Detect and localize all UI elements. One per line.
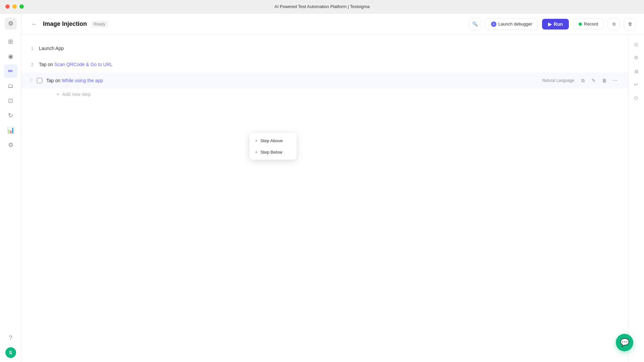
- main-content: ← Image Injection Ready 🔍 ✦ Launch debug…: [21, 13, 644, 362]
- step-number-1: 1: [30, 46, 35, 51]
- step-below-menu-item[interactable]: + Step Below: [250, 146, 297, 158]
- trash-icon: 🗑: [628, 21, 632, 27]
- step-checkbox[interactable]: [37, 78, 42, 83]
- edit-icon: ✎: [592, 78, 596, 83]
- gear-icon: ⚙: [634, 55, 638, 61]
- right-panel-icon-4[interactable]: ↩: [631, 79, 642, 90]
- step-2-action: Tap on: [39, 62, 53, 67]
- step-3-action: Tap on: [46, 78, 60, 83]
- page-title: Image Injection: [43, 20, 87, 28]
- drag-handle[interactable]: ⠿: [30, 78, 33, 83]
- right-panel: ◎ ⚙ 🖥 ↩ ⊙: [628, 35, 644, 362]
- folder-icon: 🗂: [8, 83, 14, 90]
- run-label: Run: [554, 21, 563, 27]
- step-action-label: Natural Language: [542, 78, 574, 83]
- step-more-button[interactable]: ⋯: [610, 76, 620, 85]
- step-above-label: Step Above: [260, 138, 283, 143]
- apps-icon: ⊡: [8, 97, 13, 104]
- sidebar-item-integrations[interactable]: ↻: [4, 109, 17, 122]
- step-above-menu-item[interactable]: + Step Above: [250, 135, 297, 146]
- sidebar-item-grid[interactable]: ⊞: [4, 35, 17, 48]
- sidebar-item-settings[interactable]: ⚙: [4, 138, 17, 152]
- logo-icon: ⚙: [8, 20, 13, 27]
- title-bar: AI Powered Test Automation Platform | Te…: [0, 0, 644, 13]
- settings-icon: ⚙: [8, 141, 13, 149]
- sidebar-bottom: ? S: [4, 331, 17, 358]
- step-1-action: Launch App: [39, 46, 64, 51]
- copy-button[interactable]: ⧉: [608, 18, 620, 30]
- copy-icon: ⧉: [612, 21, 615, 27]
- launch-debugger-button[interactable]: ✦ Launch debugger: [485, 18, 538, 30]
- sidebar-item-edit[interactable]: ✏: [4, 64, 17, 78]
- help-icon: ?: [9, 334, 12, 342]
- step-3-content: Tap on While using the app: [46, 78, 538, 83]
- plus-icon: +: [255, 149, 258, 155]
- step-3-actions: Natural Language ⧉ ✎ 🗑 ⋯: [542, 76, 620, 85]
- add-new-step[interactable]: + Add new step: [48, 89, 628, 100]
- step-row: 2 Tap on Scan QRCode & Go to URL: [21, 56, 628, 72]
- delete-button[interactable]: 🗑: [624, 18, 636, 30]
- chart-icon: 📊: [7, 126, 14, 134]
- search-icon: 🔍: [472, 21, 478, 27]
- record-dot-icon: [579, 22, 582, 26]
- integrations-icon: ↻: [8, 112, 13, 119]
- maximize-button[interactable]: [19, 4, 24, 9]
- context-menu: + Step Above + Step Below: [250, 133, 297, 160]
- traffic-lights: [5, 4, 24, 9]
- close-button[interactable]: [5, 4, 10, 9]
- eye-icon: ◎: [634, 41, 638, 47]
- plus-icon: +: [255, 138, 258, 143]
- step-copy-button[interactable]: ⧉: [578, 76, 588, 85]
- window-title: AI Powered Test Automation Platform | Te…: [274, 4, 370, 9]
- minimize-button[interactable]: [12, 4, 17, 9]
- status-badge: Ready: [91, 21, 108, 28]
- top-header: ← Image Injection Ready 🔍 ✦ Launch debug…: [21, 13, 644, 35]
- steps-container: 1 Launch App 2 Tap on Scan QRCode & Go t…: [21, 35, 628, 362]
- copy-icon: ⧉: [581, 78, 585, 84]
- step-3-target: While using the app: [62, 78, 103, 83]
- run-icon: ▶: [548, 21, 552, 27]
- undo-icon: ↩: [634, 82, 638, 88]
- debug-icon: ✦: [491, 21, 496, 27]
- step-2-target: Scan QRCode & Go to URL: [54, 62, 113, 67]
- monitor-icon: ◉: [8, 53, 13, 60]
- step-2-content: Tap on Scan QRCode & Go to URL: [39, 62, 620, 67]
- help-button[interactable]: ?: [4, 331, 17, 345]
- record-label: Record: [584, 21, 598, 27]
- trash-icon: 🗑: [602, 78, 607, 83]
- chat-icon: 💬: [620, 338, 629, 347]
- view-icon: ⊙: [634, 95, 638, 101]
- right-panel-icon-2[interactable]: ⚙: [631, 52, 642, 63]
- chat-fab-button[interactable]: 💬: [616, 334, 633, 351]
- step-below-label: Step Below: [260, 150, 282, 155]
- search-button[interactable]: 🔍: [469, 18, 481, 30]
- monitor-icon: 🖥: [634, 68, 639, 74]
- back-icon: ←: [32, 21, 37, 27]
- sidebar-item-apps[interactable]: ⊡: [4, 94, 17, 107]
- add-step-label: Add new step: [62, 92, 91, 97]
- step-row-active: ⠿ Tap on While using the app Natural Lan…: [21, 72, 628, 89]
- right-panel-icon-5[interactable]: ⊙: [631, 93, 642, 103]
- add-step-plus-icon: +: [56, 91, 59, 97]
- sidebar-item-monitor[interactable]: ◉: [4, 50, 17, 63]
- content-area: 1 Launch App 2 Tap on Scan QRCode & Go t…: [21, 35, 644, 362]
- avatar[interactable]: S: [5, 347, 16, 358]
- right-panel-icon-3[interactable]: 🖥: [631, 66, 642, 76]
- step-1-content: Launch App: [39, 46, 620, 51]
- sidebar-item-reports[interactable]: 📊: [4, 123, 17, 137]
- pencil-icon: ✏: [8, 67, 13, 75]
- record-button[interactable]: Record: [573, 18, 604, 30]
- launch-debugger-label: Launch debugger: [498, 21, 532, 27]
- back-button[interactable]: ←: [30, 19, 39, 29]
- sidebar-item-folders[interactable]: 🗂: [4, 79, 17, 93]
- step-edit-button[interactable]: ✎: [589, 76, 598, 85]
- app-layout: ⚙ ⊞ ◉ ✏ 🗂 ⊡ ↻ 📊 ⚙ ? S: [0, 13, 644, 362]
- step-row: 1 Launch App: [21, 40, 628, 56]
- logo: ⚙: [5, 17, 17, 30]
- more-icon: ⋯: [613, 78, 618, 83]
- step-number-2: 2: [30, 62, 35, 67]
- right-panel-icon-1[interactable]: ◎: [631, 39, 642, 50]
- step-delete-button[interactable]: 🗑: [600, 76, 609, 85]
- grid-icon: ⊞: [8, 38, 13, 45]
- run-button[interactable]: ▶ Run: [542, 19, 569, 30]
